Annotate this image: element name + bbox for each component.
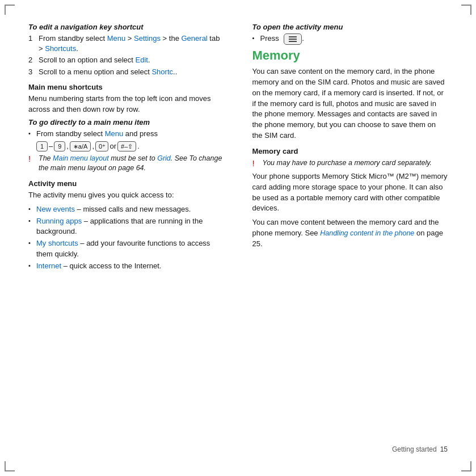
step-2-text: Scroll to an option and select Edit. — [39, 55, 150, 65]
bullet-new-events-text: New events – missed calls and new messag… — [36, 204, 191, 214]
key-hash: #–⇧ — [117, 141, 136, 151]
bullet-internet: • Internet – quick access to the Interne… — [28, 261, 224, 271]
corner-tr — [461, 5, 471, 15]
corner-bl — [5, 461, 15, 471]
footer-page: 15 — [440, 445, 448, 453]
main-menu-layout-link[interactable]: Main menu layout — [53, 154, 109, 162]
memory-body: You can save content on the memory card,… — [252, 66, 448, 141]
bullet-dot-3: • — [28, 239, 36, 247]
step-3-text: Scroll to a menu option and select Short… — [39, 67, 177, 77]
general-link[interactable]: General — [182, 34, 208, 43]
activity-menu-icon — [288, 35, 298, 43]
menu-link[interactable]: Menu — [107, 34, 126, 43]
press-bullet: • Press . — [252, 33, 448, 45]
svg-rect-2 — [289, 41, 297, 42]
svg-rect-0 — [289, 36, 297, 37]
right-column: To open the activity menu • Press . Memo… — [247, 23, 448, 440]
press-bullet-dot: • — [252, 34, 260, 43]
bullet-new-events: • New events – missed calls and new mess… — [28, 204, 224, 214]
edit-heading: To edit a navigation key shortcut — [28, 23, 224, 31]
shortcuts-link[interactable]: Shortcuts — [45, 44, 76, 53]
menu-link2[interactable]: Menu — [105, 129, 124, 138]
memory-card-note-text: You may have to purchase a memory card s… — [263, 158, 432, 169]
step-num-1: 1 — [28, 33, 39, 54]
key-a: ∗a/A — [70, 141, 91, 151]
grid-link[interactable]: Grid — [157, 154, 171, 162]
key-9: 9 — [54, 141, 65, 151]
bullet-dot-4: • — [28, 262, 36, 270]
step-1-text: From standby select Menu > Settings > th… — [39, 33, 224, 54]
corner-tl — [5, 5, 15, 15]
bullet-my-shortcuts: • My shortcuts – add your favourite func… — [28, 238, 224, 259]
memory-card-body1: Your phone supports Memory Stick Micro™ … — [252, 171, 448, 214]
go-directly-heading: To go directly to a main menu item — [28, 118, 224, 127]
or-text: or — [109, 142, 116, 150]
running-apps-link[interactable]: Running apps — [36, 217, 82, 225]
memory-note-icon: ! — [252, 157, 263, 169]
activity-bullets: • New events – missed calls and new mess… — [28, 204, 224, 271]
press-text: Press . — [260, 33, 304, 45]
note-main-menu-layout: ! The Main menu layout must be set to Gr… — [28, 154, 224, 174]
page: To edit a navigation key shortcut 1 From… — [0, 0, 476, 476]
bullet-dot-2: • — [28, 217, 36, 225]
press-label: Press — [260, 34, 279, 43]
step-3: 3 Scroll to a menu option and select Sho… — [28, 67, 224, 77]
memory-card-title: Memory card — [252, 147, 448, 155]
bullet-running-apps: • Running apps – applications that are r… — [28, 216, 224, 237]
handling-content-link[interactable]: Handling content in the phone — [320, 229, 414, 237]
step-1: 1 From standby select Menu > Settings > … — [28, 33, 224, 54]
my-shortcuts-link[interactable]: My shortcuts — [36, 239, 78, 247]
bullet-dot-1: • — [28, 205, 36, 213]
press-button — [284, 33, 302, 45]
key-row: 1 – 9 , ∗a/A , 0+ or #–⇧ . — [28, 141, 224, 151]
activity-menu-body: The activity menu gives you quick access… — [28, 190, 224, 201]
footer: Getting started 15 — [28, 440, 448, 453]
main-menu-body: Menu numbering starts from the top left … — [28, 94, 224, 115]
key-0: 0+ — [95, 141, 108, 151]
go-directly-text: From standby select Menu and press — [36, 129, 158, 139]
step-2: 2 Scroll to an option and select Edit. — [28, 55, 224, 65]
bullet-running-apps-text: Running apps – applications that are run… — [36, 216, 224, 237]
shortc-link[interactable]: Shortc — [151, 68, 173, 76]
memory-card-note: ! You may have to purchase a memory card… — [252, 158, 448, 169]
left-column: To edit a navigation key shortcut 1 From… — [28, 23, 230, 440]
numbered-list: 1 From standby select Menu > Settings > … — [28, 33, 224, 77]
activity-menu-title: Activity menu — [28, 179, 224, 188]
settings-link[interactable]: Settings — [134, 34, 161, 43]
go-directly-bullet: • From standby select Menu and press — [28, 129, 224, 139]
bullet-internet-text: Internet – quick access to the Internet. — [36, 261, 161, 271]
main-content: To edit a navigation key shortcut 1 From… — [28, 23, 448, 440]
footer-section: Getting started — [392, 445, 437, 453]
note-text-pre: The Main menu layout must be set to Grid… — [39, 154, 222, 172]
main-menu-title: Main menu shortcuts — [28, 83, 224, 91]
dash: – — [49, 142, 53, 150]
note-text: The Main menu layout must be set to Grid… — [39, 154, 224, 174]
memory-title: Memory — [252, 48, 448, 63]
key-1: 1 — [36, 141, 48, 151]
corner-br — [461, 461, 471, 471]
comma1: , — [66, 142, 69, 150]
period: . — [137, 142, 140, 150]
edit-link[interactable]: Edit — [136, 56, 148, 64]
memory-card-body2: You can move content between the memory … — [252, 217, 448, 250]
internet-link[interactable]: Internet — [36, 262, 61, 270]
new-events-link[interactable]: New events — [36, 205, 75, 213]
svg-rect-1 — [289, 39, 297, 40]
bullet-my-shortcuts-text: My shortcuts – add your favourite functi… — [36, 238, 224, 259]
bullet-dot: • — [28, 129, 36, 138]
open-activity-heading: To open the activity menu — [252, 23, 448, 31]
comma2: , — [92, 142, 94, 150]
step-num-3: 3 — [28, 67, 39, 77]
note-icon: ! — [28, 153, 39, 165]
step-num-2: 2 — [28, 55, 39, 65]
